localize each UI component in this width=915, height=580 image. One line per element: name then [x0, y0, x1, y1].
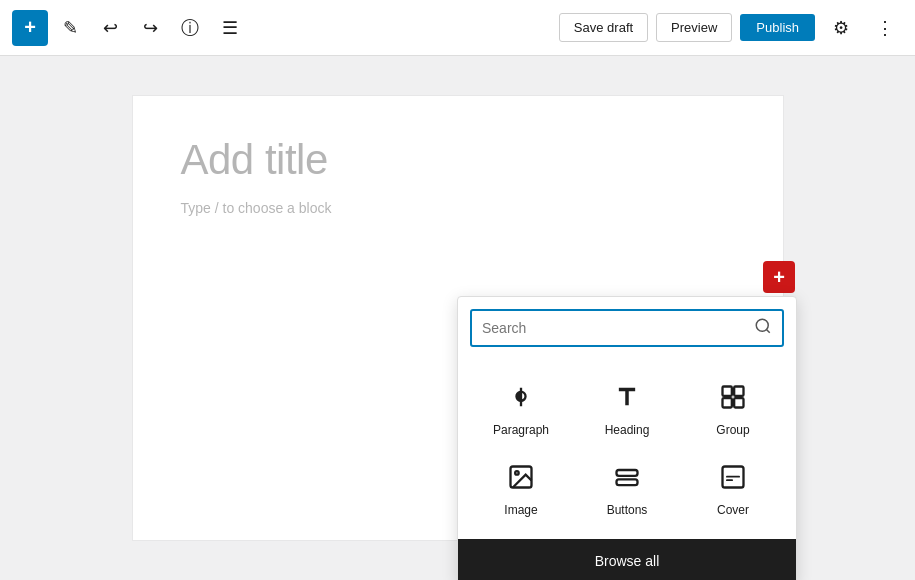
toolbar-right: Save draft Preview Publish ⚙ ⋮: [559, 10, 903, 46]
title-placeholder[interactable]: Add title: [181, 136, 735, 184]
svg-rect-12: [726, 476, 740, 478]
add-block-button[interactable]: +: [763, 261, 795, 293]
heading-icon: [613, 383, 641, 415]
list-view-button[interactable]: ☰: [212, 10, 248, 46]
plus-icon: +: [24, 16, 36, 39]
svg-rect-9: [617, 479, 638, 485]
svg-line-1: [766, 329, 769, 332]
block-grid: Paragraph Heading: [458, 355, 796, 535]
cover-icon: [719, 463, 747, 495]
svg-rect-4: [723, 398, 732, 407]
list-icon: ☰: [222, 17, 238, 39]
main-toolbar: + ✎ ↩ ↪ ⓘ ☰ Save draft Preview Publish ⚙…: [0, 0, 915, 56]
block-picker-popup: Paragraph Heading: [457, 296, 797, 580]
image-label: Image: [504, 503, 537, 517]
browse-all-button[interactable]: Browse all: [458, 539, 796, 580]
more-options-button[interactable]: ⋮: [867, 10, 903, 46]
search-icon: [754, 317, 772, 339]
block-item-cover[interactable]: Cover: [682, 451, 784, 527]
paragraph-icon: [507, 383, 535, 415]
settings-button[interactable]: ⚙: [823, 10, 859, 46]
block-item-group[interactable]: Group: [682, 371, 784, 447]
undo-button[interactable]: ↩: [92, 10, 128, 46]
preview-button[interactable]: Preview: [656, 13, 732, 42]
toolbar-left: + ✎ ↩ ↪ ⓘ ☰: [12, 10, 555, 46]
svg-rect-3: [734, 387, 743, 396]
search-wrapper: [470, 309, 784, 347]
block-search-input[interactable]: [482, 320, 748, 336]
svg-rect-8: [617, 470, 638, 476]
cover-label: Cover: [717, 503, 749, 517]
redo-icon: ↪: [143, 17, 158, 39]
block-search-container: [458, 297, 796, 355]
info-icon: ⓘ: [181, 16, 199, 40]
add-block-plus-icon: +: [773, 266, 785, 289]
pencil-icon: ✎: [63, 17, 78, 39]
save-draft-button[interactable]: Save draft: [559, 13, 648, 42]
undo-icon: ↩: [103, 17, 118, 39]
editor-area: Add title Type / to choose a block +: [0, 56, 915, 580]
svg-rect-5: [734, 398, 743, 407]
block-item-buttons[interactable]: Buttons: [576, 451, 678, 527]
heading-label: Heading: [605, 423, 650, 437]
svg-rect-11: [726, 479, 733, 481]
block-item-heading[interactable]: Heading: [576, 371, 678, 447]
group-icon: [719, 383, 747, 415]
buttons-label: Buttons: [607, 503, 648, 517]
paragraph-label: Paragraph: [493, 423, 549, 437]
svg-point-7: [515, 471, 519, 475]
gear-icon: ⚙: [833, 17, 849, 39]
edit-mode-button[interactable]: ✎: [52, 10, 88, 46]
buttons-icon: [613, 463, 641, 495]
redo-button[interactable]: ↪: [132, 10, 168, 46]
info-button[interactable]: ⓘ: [172, 10, 208, 46]
block-placeholder[interactable]: Type / to choose a block: [181, 200, 735, 216]
add-block-toolbar-button[interactable]: +: [12, 10, 48, 46]
image-icon: [507, 463, 535, 495]
svg-rect-2: [723, 387, 732, 396]
block-item-image[interactable]: Image: [470, 451, 572, 527]
group-label: Group: [716, 423, 749, 437]
svg-point-0: [756, 319, 768, 331]
block-item-paragraph[interactable]: Paragraph: [470, 371, 572, 447]
publish-button[interactable]: Publish: [740, 14, 815, 41]
ellipsis-icon: ⋮: [876, 17, 894, 39]
